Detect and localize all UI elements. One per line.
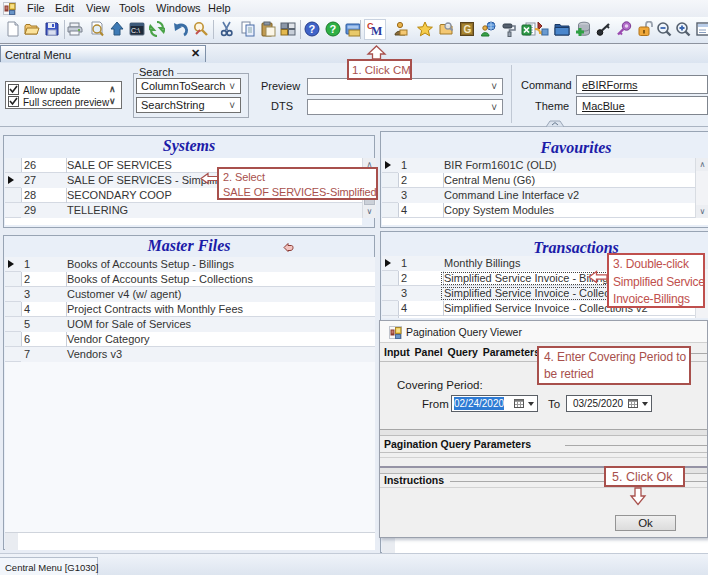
svg-text:?: ? bbox=[330, 23, 337, 35]
svg-text:G: G bbox=[464, 24, 472, 35]
svg-text:M: M bbox=[371, 24, 382, 37]
svg-text:?: ? bbox=[309, 23, 316, 35]
svg-text:C:\: C:\ bbox=[131, 27, 140, 34]
